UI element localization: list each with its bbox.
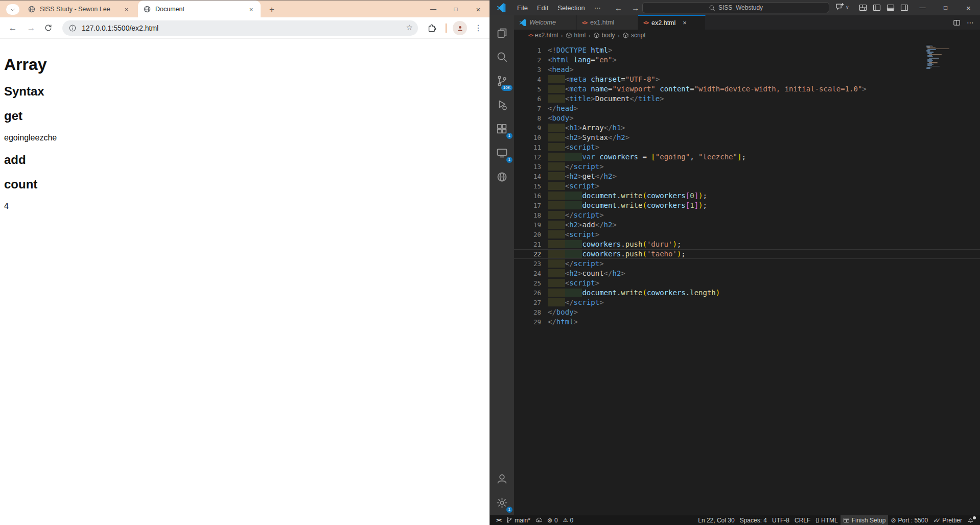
status-prettier[interactable]: ✓✓Prettier	[930, 515, 965, 525]
status-live-server-port[interactable]: ⊘Port : 5500	[888, 515, 930, 525]
code-line[interactable]: 16 document.write(coworkers[0]);	[514, 191, 980, 201]
minimize-button[interactable]: —	[422, 1, 445, 18]
minimap[interactable]	[926, 45, 958, 69]
close-button[interactable]: ×	[957, 0, 980, 15]
editor-tab-Welcome[interactable]: Welcome	[514, 15, 577, 30]
browser-tab[interactable]: SISS Study - Sewon Lee×	[22, 1, 136, 18]
code-line[interactable]: 27 </script>	[514, 298, 980, 307]
status-remote-indicator[interactable]: ><	[494, 515, 503, 525]
breadcrumb-item-ex2html[interactable]: <>ex2.html	[528, 32, 558, 39]
status-notifications[interactable]	[965, 515, 976, 525]
status-branch[interactable]: main*	[503, 515, 533, 525]
code-line[interactable]: 14 <h2>get</h2>	[514, 172, 980, 181]
activity-item-live-preview[interactable]	[490, 165, 514, 189]
toggle-secondary-sidebar-icon[interactable]	[900, 4, 908, 12]
url-text[interactable]: 127.0.0.1:5500/ex2.html	[82, 24, 158, 32]
editor-more-actions-icon[interactable]: ⋯	[967, 18, 974, 27]
new-tab-button[interactable]: +	[266, 4, 278, 16]
site-info-icon[interactable]	[68, 24, 77, 32]
code-line[interactable]: 24 <h2>count</h2>	[514, 269, 980, 278]
status-warnings[interactable]: ⚠0	[561, 515, 576, 525]
line-number: 28	[514, 307, 541, 317]
activity-item-run-debug[interactable]	[490, 93, 514, 117]
toggle-panel-icon[interactable]	[886, 4, 895, 12]
status-cursor-position[interactable]: Ln 22, Col 30	[695, 515, 737, 525]
breadcrumb-item-html[interactable]: html	[566, 32, 586, 39]
code-line[interactable]: 26 document.write(coworkers.length)	[514, 288, 980, 298]
code-line[interactable]: 29</html>	[514, 317, 980, 327]
go-forward-icon[interactable]: →	[629, 4, 641, 12]
code-editor[interactable]: 1<!DOCTYPE html>2<html lang="en">3<head>…	[514, 41, 980, 515]
status-indentation[interactable]: Spaces: 4	[737, 515, 769, 525]
minimize-button[interactable]: —	[911, 0, 934, 15]
menu-item-file[interactable]: File	[512, 4, 532, 12]
breadcrumb-item-body[interactable]: body	[593, 32, 615, 39]
url-bar[interactable]: 127.0.0.1:5500/ex2.html ☆	[62, 20, 418, 36]
code-line[interactable]: 9 <h1>Array</h1>	[514, 123, 980, 133]
activity-item-accounts[interactable]	[490, 467, 514, 491]
go-back-icon[interactable]: ←	[613, 4, 624, 12]
extensions-puzzle-icon[interactable]	[427, 23, 437, 33]
code-line[interactable]: 20 <script>	[514, 230, 980, 240]
code-line[interactable]: 18 </script>	[514, 210, 980, 220]
customize-layout-icon[interactable]	[859, 4, 867, 12]
split-editor-icon[interactable]	[953, 19, 961, 27]
menu-item-selection[interactable]: Selection	[553, 4, 589, 12]
status-errors[interactable]: ⊗0	[545, 515, 561, 525]
status-encoding[interactable]: UTF-8	[769, 515, 792, 525]
code-line[interactable]: 10 <h2>Syntax</h2>	[514, 133, 980, 142]
tab-close-icon[interactable]: ×	[683, 19, 687, 27]
tab-close-icon[interactable]: ×	[122, 5, 131, 14]
activity-item-search[interactable]	[490, 45, 514, 69]
profile-avatar[interactable]	[453, 21, 467, 35]
activity-item-source-control[interactable]: 10K	[490, 69, 514, 93]
status-eol[interactable]: CRLF	[792, 515, 813, 525]
code-line[interactable]: 12 var coworkers = ["egoing", "leezche"]…	[514, 152, 980, 162]
activity-item-explorer[interactable]	[490, 21, 514, 45]
status-sync[interactable]	[533, 515, 545, 525]
tab-close-icon[interactable]: ×	[247, 5, 255, 14]
toggle-sidebar-icon[interactable]	[873, 4, 881, 12]
code-line-content: <meta charset="UTF-8">	[541, 75, 660, 84]
code-line[interactable]: 28</body>	[514, 307, 980, 317]
code-line[interactable]: 22 coworkers.push('taeho');	[514, 249, 980, 259]
close-button[interactable]: ×	[467, 1, 489, 18]
tab-search-button[interactable]	[6, 4, 19, 15]
code-line[interactable]: 19 <h2>add</h2>	[514, 220, 980, 230]
activity-item-remote-explorer[interactable]: 1	[490, 141, 514, 165]
editor-tab-ex2html[interactable]: <>ex2.html×	[638, 15, 706, 30]
status-finish-setup[interactable]: Finish Setup	[841, 515, 889, 525]
code-line[interactable]: 8<body>	[514, 113, 980, 123]
menu-item-edit[interactable]: Edit	[532, 4, 553, 12]
code-line[interactable]: 21 coworkers.push('duru');	[514, 240, 980, 249]
code-line[interactable]: 7</head>	[514, 104, 980, 113]
status-language-mode[interactable]: {}HTML	[813, 515, 840, 525]
maximize-button[interactable]: □	[445, 1, 467, 18]
code-line[interactable]: 1<!DOCTYPE html>	[514, 45, 980, 55]
code-line[interactable]: 6 <title>Document</title>	[514, 94, 980, 104]
command-center-search[interactable]: SISS_Webstudy	[642, 2, 829, 13]
code-line[interactable]: 25 <script>	[514, 278, 980, 288]
activity-item-extensions[interactable]: 1	[490, 117, 514, 141]
code-line[interactable]: 13 </script>	[514, 162, 980, 172]
copilot-button[interactable]: ∨	[835, 3, 849, 11]
code-line[interactable]: 5 <meta name="viewport" content="width=d…	[514, 84, 980, 94]
code-line[interactable]: 4 <meta charset="UTF-8">	[514, 75, 980, 84]
forward-button[interactable]: →	[25, 21, 38, 35]
code-line[interactable]: 2<html lang="en">	[514, 55, 980, 65]
menu-item-[interactable]: ⋯	[590, 4, 605, 12]
back-button[interactable]: ←	[6, 21, 19, 35]
breadcrumb-item-script[interactable]: script	[622, 32, 646, 39]
browser-tab[interactable]: Document×	[138, 1, 261, 18]
code-line[interactable]: 11 <script>	[514, 142, 980, 152]
reload-icon[interactable]	[44, 23, 53, 32]
maximize-button[interactable]: □	[934, 0, 957, 15]
code-line[interactable]: 15 <script>	[514, 181, 980, 191]
editor-tab-ex1html[interactable]: <>ex1.html	[577, 15, 638, 30]
activity-item-settings[interactable]: 1	[490, 491, 514, 515]
code-line[interactable]: 3<head>	[514, 65, 980, 75]
bookmark-star-icon[interactable]: ☆	[406, 23, 413, 32]
browser-menu-kebab-icon[interactable]: ⋮	[474, 23, 482, 33]
code-line[interactable]: 23 </script>	[514, 259, 980, 269]
code-line[interactable]: 17 document.write(coworkers[1]);	[514, 201, 980, 210]
